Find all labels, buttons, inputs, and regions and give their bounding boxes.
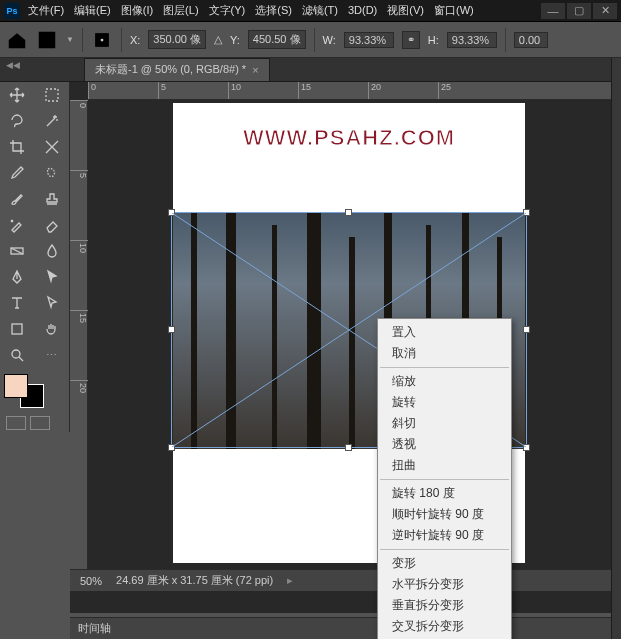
marquee-tool[interactable] [35, 82, 69, 108]
context-menu-item[interactable]: 透视 [378, 434, 511, 455]
vertical-ruler: 05101520 [70, 100, 88, 591]
shape-tool[interactable] [0, 316, 34, 342]
move-tool[interactable] [0, 82, 34, 108]
brush-tool[interactable] [0, 186, 34, 212]
edit-toolbar[interactable]: ⋯ [35, 342, 69, 368]
context-menu-item[interactable]: 垂直拆分变形 [378, 595, 511, 616]
menu-item[interactable]: 视图(V) [387, 4, 424, 16]
timeline-label: 时间轴 [78, 621, 111, 636]
menu-item[interactable]: 窗口(W) [434, 4, 474, 16]
context-menu-item[interactable]: 扭曲 [378, 455, 511, 476]
x-label: X: [130, 34, 140, 46]
options-bar: ▼ X: 350.00 像 △ Y: 450.50 像 W: 93.33% ⚭ … [0, 22, 621, 58]
hand-tool[interactable] [35, 316, 69, 342]
context-menu-item[interactable]: 旋转 180 度 [378, 483, 511, 504]
watermark-text: WWW.PSAHZ.COM [243, 125, 455, 151]
svg-rect-3 [46, 89, 58, 101]
gradient-tool[interactable] [0, 238, 34, 264]
timeline-panel[interactable]: 时间轴 [70, 617, 621, 639]
lasso-tool[interactable] [0, 108, 34, 134]
menu-item[interactable]: 选择(S) [255, 4, 292, 16]
path-select-tool[interactable] [35, 264, 69, 290]
standard-mode-button[interactable] [6, 416, 26, 430]
swap-xy-icon[interactable]: △ [214, 33, 222, 46]
dropdown-icon[interactable]: ▼ [66, 35, 74, 44]
slice-tool[interactable] [35, 134, 69, 160]
context-menu-item[interactable]: 取消 [378, 343, 511, 364]
context-menu-item[interactable]: 旋转 [378, 392, 511, 413]
document-tab[interactable]: 未标题-1 @ 50% (0, RGB/8#) * × [84, 58, 270, 81]
x-input[interactable]: 350.00 像 [148, 30, 206, 49]
context-menu-item[interactable]: 交叉拆分变形 [378, 616, 511, 637]
svg-point-6 [12, 350, 20, 358]
link-wh-button[interactable]: ⚭ [402, 31, 420, 49]
menu-item[interactable]: 图像(I) [121, 4, 153, 16]
anchor-grid-icon[interactable] [91, 29, 113, 51]
home-icon[interactable] [6, 29, 28, 51]
right-dock[interactable] [611, 58, 621, 639]
wand-tool[interactable] [35, 108, 69, 134]
status-bar: 50% 24.69 厘米 x 31.75 厘米 (72 ppi) ▸ [70, 569, 621, 591]
menu-bar: 文件(F)编辑(E)图像(I)图层(L)文字(Y)选择(S)滤镜(T)3D(D)… [28, 3, 484, 18]
w-input[interactable]: 93.33% [344, 32, 394, 48]
eyedropper-tool[interactable] [0, 160, 34, 186]
svg-point-2 [101, 38, 104, 41]
maximize-button[interactable]: ▢ [567, 3, 591, 19]
minimize-button[interactable]: — [541, 3, 565, 19]
fg-swatch[interactable] [4, 374, 28, 398]
context-menu-item[interactable]: 缩放 [378, 371, 511, 392]
close-button[interactable]: ✕ [593, 3, 617, 19]
context-menu-item[interactable]: 斜切 [378, 413, 511, 434]
collapse-icon[interactable]: ◀◀ [6, 60, 20, 70]
zoom-tool[interactable] [0, 342, 34, 368]
quickmask-button[interactable] [30, 416, 50, 430]
svg-rect-0 [39, 31, 56, 48]
transform-context-menu: 置入取消缩放旋转斜切透视扭曲旋转 180 度顺时针旋转 90 度逆时针旋转 90… [377, 318, 512, 639]
menu-item[interactable]: 文字(Y) [209, 4, 246, 16]
ps-logo: Ps [4, 3, 20, 19]
type-tool[interactable] [0, 290, 34, 316]
document-tab-label: 未标题-1 @ 50% (0, RGB/8#) * [95, 62, 246, 77]
h-input[interactable]: 93.33% [447, 32, 497, 48]
color-swatches[interactable] [4, 374, 44, 408]
y-input[interactable]: 450.50 像 [248, 30, 306, 49]
context-menu-item[interactable]: 置入 [378, 322, 511, 343]
history-brush-tool[interactable] [0, 212, 34, 238]
blur-tool[interactable] [35, 238, 69, 264]
h-label: H: [428, 34, 439, 46]
menu-item[interactable]: 3D(D) [348, 4, 377, 16]
context-menu-item[interactable]: 水平拆分变形 [378, 574, 511, 595]
menu-item[interactable]: 图层(L) [163, 4, 198, 16]
zoom-value[interactable]: 50% [80, 575, 102, 587]
direct-select-tool[interactable] [35, 290, 69, 316]
horizontal-ruler: 0510152025 [88, 82, 621, 100]
transform-icon[interactable] [36, 29, 58, 51]
context-menu-item[interactable]: 逆时针旋转 90 度 [378, 525, 511, 546]
close-tab-icon[interactable]: × [252, 64, 258, 76]
w-label: W: [323, 34, 336, 46]
patch-tool[interactable] [35, 160, 69, 186]
svg-rect-5 [12, 324, 22, 334]
pen-tool[interactable] [0, 264, 34, 290]
context-menu-item[interactable]: 变形 [378, 553, 511, 574]
menu-item[interactable]: 滤镜(T) [302, 4, 338, 16]
toolbox: ⋯ [0, 82, 70, 432]
extra-input[interactable]: 0.00 [514, 32, 548, 48]
stamp-tool[interactable] [35, 186, 69, 212]
status-caret-icon[interactable]: ▸ [287, 574, 293, 587]
doc-dimensions: 24.69 厘米 x 31.75 厘米 (72 ppi) [116, 573, 273, 588]
y-label: Y: [230, 34, 240, 46]
menu-item[interactable]: 编辑(E) [74, 4, 111, 16]
eraser-tool[interactable] [35, 212, 69, 238]
context-menu-item[interactable]: 顺时针旋转 90 度 [378, 504, 511, 525]
menu-item[interactable]: 文件(F) [28, 4, 64, 16]
crop-tool[interactable] [0, 134, 34, 160]
